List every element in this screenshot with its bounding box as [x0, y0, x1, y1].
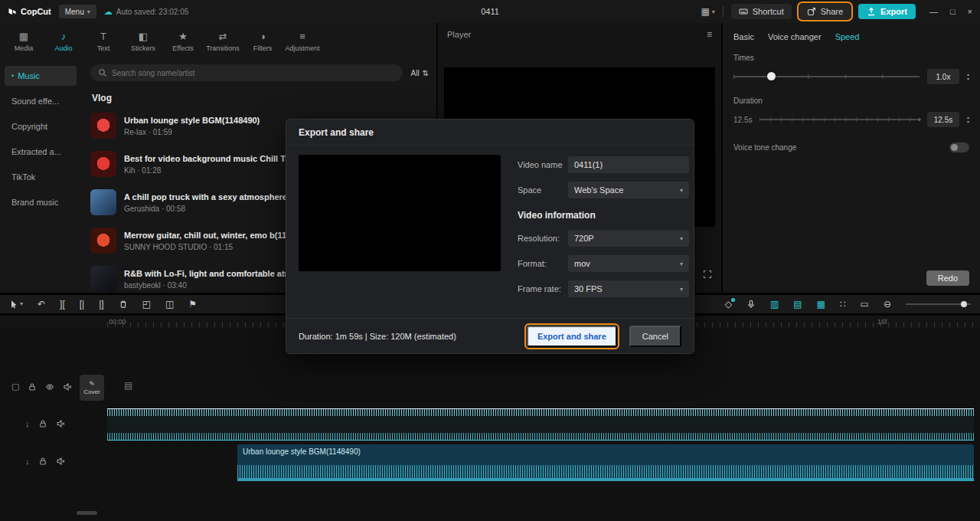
track-options-icon[interactable]: ▢: [11, 382, 19, 392]
export-and-share-button[interactable]: Export and share: [527, 326, 617, 347]
tab-text[interactable]: T Text: [84, 27, 122, 60]
format-label: Format:: [518, 259, 568, 268]
music-clip[interactable]: Urban lounge style BGM(1148490): [237, 444, 974, 481]
tab-media[interactable]: ▦ Media: [5, 27, 43, 60]
fullscreen-icon[interactable]: [703, 270, 712, 279]
share-label: Share: [821, 7, 843, 16]
trim-left-button[interactable]: [|: [80, 300, 84, 309]
cursor-icon: [9, 300, 18, 309]
properties-tabs: Basic Voice changer Speed: [723, 23, 980, 41]
record-voiceover-button[interactable]: [746, 300, 756, 309]
select-tool-button[interactable]: ▾: [9, 300, 23, 309]
magnetic-snap-toggle[interactable]: ▥: [770, 300, 779, 309]
share-button[interactable]: Share: [799, 4, 851, 19]
cover-button[interactable]: ✎ Cover: [80, 375, 104, 401]
redo-button[interactable]: Redo: [926, 270, 969, 286]
search-box[interactable]: [90, 64, 403, 81]
search-input[interactable]: [112, 69, 395, 77]
delete-button[interactable]: [119, 300, 128, 309]
preview-axis-toggle[interactable]: ∷: [840, 300, 846, 309]
trim-right-button[interactable]: |]: [99, 300, 103, 309]
tab-effects[interactable]: ★ Effects: [164, 27, 202, 60]
close-button[interactable]: ×: [968, 7, 972, 16]
toggle-visibility-icon[interactable]: [45, 382, 54, 392]
lock-track-icon[interactable]: [38, 419, 47, 428]
cancel-button[interactable]: Cancel: [629, 326, 681, 347]
layout-switch-button[interactable]: ▦ ▾: [701, 6, 714, 17]
duration-value[interactable]: 12.5s: [927, 112, 959, 127]
format-select[interactable]: mov ▾: [568, 255, 689, 272]
space-select[interactable]: Web's Space ▾: [568, 182, 689, 198]
timeline-zoom-slider[interactable]: [906, 303, 971, 305]
tab-transitions[interactable]: ⇄ Transitions: [204, 27, 242, 60]
tab-audio[interactable]: ♪ Audio: [44, 27, 83, 60]
duration-slider[interactable]: ›: [760, 114, 920, 125]
stepper-down-icon[interactable]: ▾: [967, 120, 969, 124]
trash-icon: [119, 300, 128, 309]
mute-track-icon[interactable]: [63, 382, 72, 392]
sidebar-item-copyright[interactable]: Copyright: [5, 116, 77, 136]
chevron-right-icon: ›: [918, 114, 921, 124]
track-options-toggle[interactable]: ▦: [817, 300, 825, 309]
resolution-select[interactable]: 720P ▾: [568, 230, 689, 247]
frame-rate-value: 30 FPS: [574, 284, 603, 293]
speed-value[interactable]: 1.0x: [927, 69, 959, 84]
tab-label: Stickers: [131, 44, 155, 52]
speed-stepper[interactable]: ▴ ▾: [967, 72, 969, 81]
mirror-button[interactable]: ◫: [165, 300, 174, 309]
speed-slider[interactable]: [733, 71, 920, 82]
video-name-input[interactable]: [568, 156, 689, 173]
move-track-icon[interactable]: ↓: [25, 457, 30, 466]
lock-track-icon[interactable]: [38, 457, 47, 466]
menu-button[interactable]: Menu ▾: [59, 5, 96, 18]
tab-voice-changer[interactable]: Voice changer: [768, 32, 822, 41]
space-label: Space: [518, 185, 568, 195]
audio-sidebar: Music Sound effe... Copyright Extracted …: [0, 60, 81, 293]
tab-adjustment[interactable]: ≡ Adjustment: [283, 27, 322, 60]
tab-label: Effects: [172, 44, 193, 52]
auto-link-toggle[interactable]: ▤: [793, 300, 802, 309]
undo-button[interactable]: ↶: [38, 300, 45, 309]
mute-track-icon[interactable]: [56, 419, 65, 428]
zoom-slider-handle[interactable]: [961, 301, 967, 307]
song-title: Merrow guitar, chill out, winter, emo b(…: [124, 231, 291, 240]
song-title: R&B with Lo-Fi, light and comfortable at…: [124, 269, 292, 278]
slider-handle[interactable]: [767, 72, 776, 80]
player-title: Player: [447, 30, 471, 39]
slider-track: [760, 119, 920, 120]
crop-button[interactable]: ◰: [142, 300, 151, 309]
stickers-icon: ◧: [139, 31, 148, 42]
duration-stepper[interactable]: ▴ ▾: [967, 115, 969, 124]
sidebar-item-extracted-audio[interactable]: Extracted a...: [5, 142, 77, 162]
sidebar-item-tiktok[interactable]: TikTok: [5, 167, 77, 187]
shortcut-button[interactable]: Shortcut: [731, 4, 792, 19]
voice-tone-toggle[interactable]: [949, 143, 969, 152]
stepper-down-icon[interactable]: ▾: [967, 77, 969, 81]
album-art: [90, 228, 116, 254]
sidebar-item-music[interactable]: Music: [5, 66, 77, 86]
export-button[interactable]: Export: [858, 4, 916, 19]
lock-track-icon[interactable]: [28, 382, 37, 392]
sidebar-item-brand-music[interactable]: Brand music: [5, 192, 77, 212]
zoom-out-button[interactable]: ⊖: [884, 300, 891, 309]
maximize-button[interactable]: □: [950, 7, 956, 16]
flag-button[interactable]: ⚑: [188, 300, 197, 309]
player-menu-icon[interactable]: ≡: [707, 29, 712, 40]
split-view-button[interactable]: ▭: [861, 300, 869, 309]
sidebar-label: Music: [18, 71, 40, 80]
frame-rate-label: Frame rate:: [518, 284, 568, 293]
tab-stickers[interactable]: ◧ Stickers: [124, 27, 162, 60]
tab-filters[interactable]: ◑ Filters: [243, 27, 282, 60]
tab-speed[interactable]: Speed: [835, 32, 860, 41]
minimize-button[interactable]: —: [929, 7, 938, 16]
sidebar-item-sound-effects[interactable]: Sound effe...: [5, 91, 77, 111]
horizontal-scrollbar[interactable]: [77, 511, 97, 515]
audio-clip-selected[interactable]: [107, 408, 974, 441]
move-track-icon[interactable]: ↓: [25, 419, 30, 428]
frame-rate-select[interactable]: 30 FPS ▾: [568, 280, 689, 297]
filter-all-button[interactable]: All ⇅: [410, 69, 429, 77]
tab-basic[interactable]: Basic: [733, 32, 754, 41]
split-clip-button[interactable]: ][: [60, 300, 65, 309]
mute-track-icon[interactable]: [56, 457, 65, 466]
keyframe-button[interactable]: ◇: [725, 300, 732, 309]
